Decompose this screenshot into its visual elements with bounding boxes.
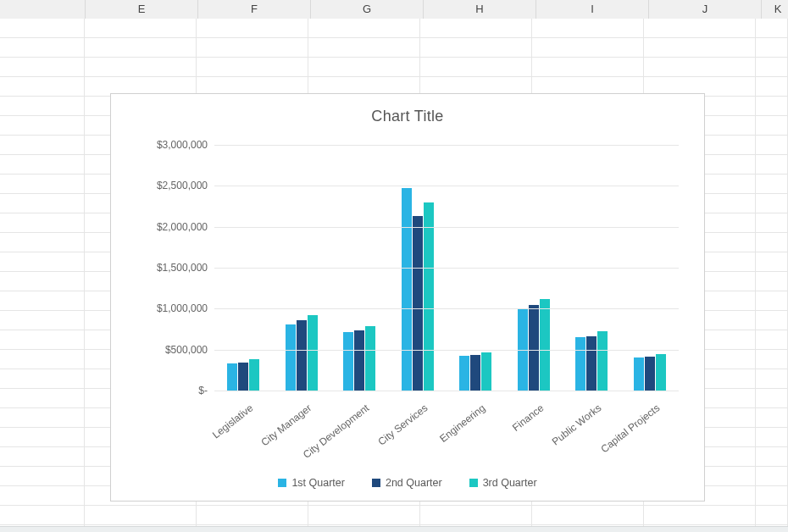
grid-cell[interactable]	[0, 97, 85, 115]
grid-cell[interactable]	[756, 506, 788, 524]
grid-cell[interactable]	[0, 369, 85, 388]
grid-cell[interactable]	[756, 350, 788, 369]
grid-cell[interactable]	[308, 19, 420, 37]
grid-cell[interactable]	[756, 311, 788, 330]
grid-cell[interactable]	[0, 194, 85, 213]
grid-cell[interactable]	[644, 38, 756, 57]
grid-cell[interactable]	[644, 58, 756, 76]
grid-cell[interactable]	[0, 506, 85, 524]
grid-cell[interactable]	[756, 291, 788, 310]
grid-cell[interactable]	[644, 506, 756, 524]
grid-cell[interactable]	[0, 58, 85, 76]
grid-cell[interactable]	[756, 369, 788, 388]
grid-cell[interactable]	[420, 506, 532, 524]
column-header[interactable]: I	[536, 0, 649, 19]
grid-cell[interactable]	[0, 291, 85, 310]
grid-row	[0, 58, 788, 77]
grid-cell[interactable]	[420, 38, 532, 57]
legend-swatch	[278, 479, 286, 487]
grid-cell[interactable]	[0, 233, 85, 252]
grid-cell[interactable]	[532, 19, 644, 37]
legend-item: 1st Quarter	[278, 477, 345, 489]
grid-cell[interactable]	[0, 389, 85, 407]
chart-bar	[424, 202, 434, 391]
grid-cell[interactable]	[85, 58, 197, 76]
chart-bar	[656, 354, 666, 391]
chart-bar	[481, 352, 491, 391]
grid-cell[interactable]	[756, 97, 788, 115]
chart-bar	[227, 363, 237, 391]
grid-cell[interactable]	[756, 252, 788, 271]
grid-cell[interactable]	[756, 486, 788, 505]
grid-cell[interactable]	[756, 447, 788, 466]
chart-bar	[238, 363, 248, 391]
grid-cell[interactable]	[85, 19, 197, 37]
grid-cell[interactable]	[0, 330, 85, 349]
grid-cell[interactable]	[0, 447, 85, 466]
grid-cell[interactable]	[0, 213, 85, 232]
grid-cell[interactable]	[308, 58, 420, 76]
grid-cell[interactable]	[420, 58, 532, 76]
grid-cell[interactable]	[644, 19, 756, 37]
column-header[interactable]: H	[424, 0, 536, 19]
grid-cell[interactable]	[756, 77, 788, 96]
grid-cell[interactable]	[197, 19, 308, 37]
grid-cell[interactable]	[0, 311, 85, 330]
grid-cell[interactable]	[532, 506, 644, 524]
grid-cell[interactable]	[756, 467, 788, 485]
chart-gridline	[214, 350, 679, 351]
grid-cell[interactable]	[756, 213, 788, 232]
grid-cell[interactable]	[0, 155, 85, 174]
grid-cell[interactable]	[756, 19, 788, 37]
grid-cell[interactable]	[308, 38, 420, 57]
grid-cell[interactable]	[0, 486, 85, 505]
grid-cell[interactable]	[756, 38, 788, 57]
grid-cell[interactable]	[756, 233, 788, 252]
grid-cell[interactable]	[756, 58, 788, 76]
y-axis-tick-label: $-	[130, 385, 214, 396]
column-header[interactable]: J	[649, 0, 762, 19]
column-header[interactable]: E	[86, 0, 198, 19]
grid-cell[interactable]	[756, 330, 788, 349]
grid-cell[interactable]	[532, 58, 644, 76]
legend-item: 3rd Quarter	[469, 477, 537, 489]
grid-cell[interactable]	[0, 428, 85, 446]
chart-legend: 1st Quarter2nd Quarter3rd Quarter	[111, 477, 704, 489]
grid-cell[interactable]	[756, 116, 788, 135]
grid-cell[interactable]	[0, 77, 85, 96]
grid-cell[interactable]	[420, 19, 532, 37]
grid-cell[interactable]	[308, 506, 420, 524]
grid-cell[interactable]	[756, 175, 788, 193]
grid-cell[interactable]	[0, 38, 85, 57]
grid-cell[interactable]	[756, 155, 788, 174]
grid-cell[interactable]	[756, 428, 788, 446]
column-header[interactable]	[0, 0, 86, 19]
grid-cell[interactable]	[197, 38, 308, 57]
grid-cell[interactable]	[0, 116, 85, 135]
spreadsheet-surface[interactable]: EFGHIJK Chart Title $-$500,000$1,000,000…	[0, 0, 788, 532]
grid-cell[interactable]	[85, 38, 197, 57]
grid-cell[interactable]	[85, 506, 197, 524]
grid-cell[interactable]	[756, 194, 788, 213]
grid-cell[interactable]	[0, 272, 85, 291]
grid-cell[interactable]	[0, 252, 85, 271]
grid-cell[interactable]	[197, 58, 308, 76]
grid-cell[interactable]	[756, 136, 788, 154]
grid-cell[interactable]	[756, 408, 788, 427]
grid-cell[interactable]	[0, 19, 85, 37]
chart-bar	[586, 336, 597, 391]
grid-cell[interactable]	[0, 350, 85, 369]
grid-cell[interactable]	[756, 389, 788, 407]
column-header[interactable]: K	[762, 0, 788, 19]
grid-cell[interactable]	[197, 506, 308, 524]
embedded-chart[interactable]: Chart Title $-$500,000$1,000,000$1,500,0…	[110, 93, 705, 502]
grid-cell[interactable]	[756, 272, 788, 291]
column-header[interactable]: G	[311, 0, 424, 19]
grid-cell[interactable]	[0, 136, 85, 154]
grid-cell[interactable]	[532, 38, 644, 57]
chart-plot: $-$500,000$1,000,000$1,500,000$2,000,000…	[130, 136, 685, 399]
column-header[interactable]: F	[198, 0, 311, 19]
grid-cell[interactable]	[0, 175, 85, 193]
grid-cell[interactable]	[0, 467, 85, 485]
grid-cell[interactable]	[0, 408, 85, 427]
